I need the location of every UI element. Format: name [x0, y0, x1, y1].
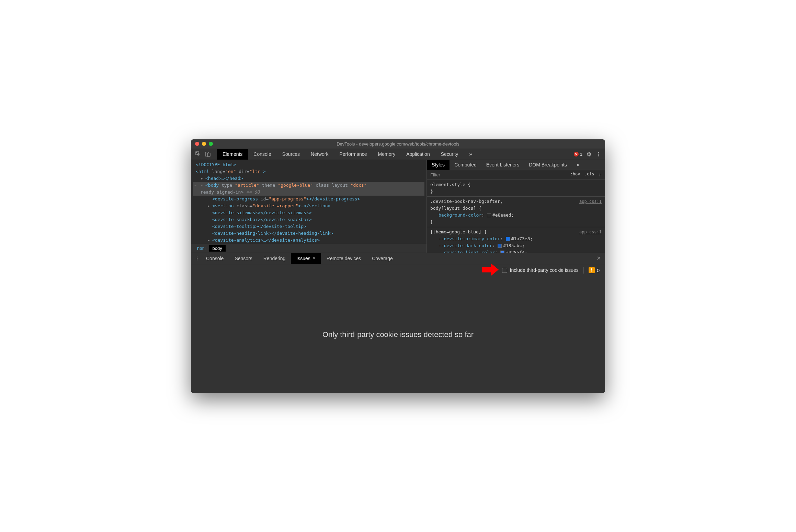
devtools-window: DevTools - developers.google.com/web/too… [191, 139, 605, 393]
color-swatch[interactable] [498, 244, 502, 248]
tab-sources[interactable]: Sources [277, 149, 305, 160]
crumb-html[interactable]: html [194, 245, 209, 252]
svg-point-8 [197, 259, 197, 260]
drawer-tab-sensors[interactable]: Sensors [229, 253, 258, 264]
drawer-tab-issues[interactable]: Issues✕ [291, 253, 321, 264]
svg-point-4 [598, 154, 599, 155]
drawer: Console Sensors Rendering Issues✕ Remote… [191, 253, 605, 393]
issue-count-number: 0 [597, 267, 600, 273]
svg-point-5 [598, 155, 599, 157]
issues-empty-message: Only third-party cookie issues detected … [191, 276, 605, 393]
elements-content: <!DOCTYPE html> <html lang="en" dir="ltr… [191, 160, 605, 253]
window-title: DevTools - developers.google.com/web/too… [191, 141, 605, 147]
styles-tab-styles[interactable]: Styles [427, 160, 450, 170]
device-toggle-icon[interactable] [205, 151, 211, 157]
drawer-tab-console[interactable]: Console [201, 253, 229, 264]
svg-point-6 [197, 256, 197, 257]
source-link[interactable]: app.css:1 [579, 229, 602, 235]
divider [583, 267, 584, 274]
color-swatch[interactable] [500, 251, 504, 253]
issues-toolbar: Include third-party cookie issues ! 0 [191, 264, 605, 276]
drawer-tabs: Console Sensors Rendering Issues✕ Remote… [191, 253, 605, 264]
kebab-menu-icon[interactable] [595, 151, 602, 157]
dom-tree[interactable]: <!DOCTYPE html> <html lang="en" dir="ltr… [191, 160, 427, 244]
annotation-arrow-icon [482, 264, 499, 277]
styles-tab-event-listeners[interactable]: Event Listeners [481, 160, 524, 170]
new-style-rule-icon[interactable]: + [598, 172, 602, 178]
styles-tab-computed[interactable]: Computed [450, 160, 481, 170]
styles-filter-input[interactable] [427, 172, 570, 177]
error-badge[interactable]: ✕ 1 [574, 152, 582, 157]
dom-panel: <!DOCTYPE html> <html lang="en" dir="ltr… [191, 160, 427, 253]
drawer-close-icon[interactable]: ✕ [596, 255, 601, 262]
svg-rect-2 [207, 153, 210, 157]
warning-icon: ! [589, 267, 595, 273]
styles-tabs-overflow-icon[interactable] [572, 160, 584, 170]
checkbox-icon[interactable] [502, 268, 507, 273]
tabs-overflow-icon[interactable] [464, 149, 478, 160]
styles-tabs: Styles Computed Event Listeners DOM Brea… [427, 160, 605, 170]
hov-toggle[interactable]: :hov [570, 172, 580, 178]
filter-row: :hov .cls + [427, 170, 605, 180]
expand-arrow-icon[interactable]: ▸ [207, 203, 211, 209]
error-icon: ✕ [574, 152, 579, 157]
cls-toggle[interactable]: .cls [584, 172, 594, 178]
error-count: 1 [580, 152, 582, 157]
collapse-arrow-icon[interactable]: ▾ [201, 182, 204, 189]
tab-application[interactable]: Application [401, 149, 435, 160]
color-swatch[interactable] [506, 237, 510, 241]
tab-network[interactable]: Network [305, 149, 334, 160]
expand-arrow-icon[interactable]: ▸ [207, 237, 211, 244]
issue-count[interactable]: ! 0 [589, 267, 600, 273]
drawer-menu-icon[interactable] [194, 256, 201, 261]
tab-security[interactable]: Security [435, 149, 464, 160]
styles-rules[interactable]: element.style { } app.css:1 .devsite-boo… [427, 180, 605, 253]
titlebar: DevTools - developers.google.com/web/too… [191, 139, 605, 149]
main-tabs: Elements Console Sources Network Perform… [217, 149, 478, 160]
inspect-icon[interactable] [195, 151, 201, 157]
color-swatch[interactable] [487, 213, 491, 217]
tab-console[interactable]: Console [248, 149, 276, 160]
dom-doctype: <!DOCTYPE html> [196, 162, 236, 167]
checkbox-label: Include third-party cookie issues [510, 267, 579, 273]
source-link[interactable]: app.css:1 [579, 198, 602, 205]
settings-icon[interactable] [586, 151, 592, 157]
styles-panel: Styles Computed Event Listeners DOM Brea… [427, 160, 605, 253]
dom-selected-body[interactable]: ⋯▾<body type="article" theme="google-blu… [193, 182, 424, 189]
svg-point-7 [197, 258, 197, 258]
drawer-tab-coverage[interactable]: Coverage [366, 253, 398, 264]
drawer-tab-remote-devices[interactable]: Remote devices [321, 253, 366, 264]
close-tab-icon[interactable]: ✕ [312, 256, 316, 261]
tab-memory[interactable]: Memory [373, 149, 401, 160]
styles-tab-dom-breakpoints[interactable]: DOM Breakpoints [524, 160, 571, 170]
breadcrumb: html body [191, 244, 427, 253]
svg-point-3 [598, 152, 599, 153]
expand-arrow-icon[interactable]: ▸ [201, 175, 204, 182]
tab-performance[interactable]: Performance [334, 149, 372, 160]
drawer-tab-rendering[interactable]: Rendering [258, 253, 291, 264]
third-party-checkbox-wrap[interactable]: Include third-party cookie issues [502, 267, 579, 273]
crumb-body[interactable]: body [209, 245, 226, 252]
tab-elements[interactable]: Elements [217, 149, 248, 160]
main-toolbar: Elements Console Sources Network Perform… [191, 149, 605, 160]
